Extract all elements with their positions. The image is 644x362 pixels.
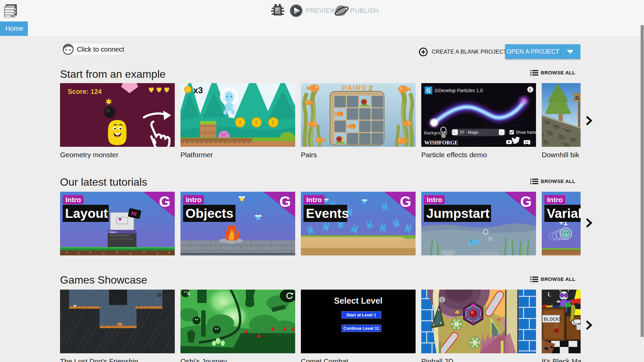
svg-text:Intro: Intro: [306, 196, 322, 203]
svg-text:Intro: Intro: [186, 196, 202, 203]
svg-text:Score: 124: Score: 124: [68, 88, 102, 95]
svg-text:1: 1: [441, 297, 443, 303]
svg-text:Objects: Objects: [185, 206, 233, 221]
svg-text:Layout: Layout: [65, 206, 108, 221]
svg-text:GDevelop Particles 1.0: GDevelop Particles 1.0: [435, 88, 483, 93]
svg-text:i: i: [530, 87, 531, 92]
svg-text:‹: ‹: [453, 130, 455, 134]
svg-text:BLOCKS: BLOCKS: [544, 317, 562, 322]
svg-text:07 - Magic: 07 - Magic: [460, 130, 479, 135]
svg-text:Objects: Objects: [109, 231, 117, 234]
svg-text:Intro: Intro: [427, 196, 442, 203]
svg-text:x3: x3: [193, 85, 203, 95]
svg-text:G: G: [159, 193, 170, 210]
svg-text:Intro: Intro: [65, 196, 81, 203]
svg-text:Events: Events: [306, 206, 349, 221]
svg-text:G: G: [575, 95, 579, 101]
svg-text:Start at Level 1: Start at Level 1: [346, 313, 376, 317]
svg-text:WISHFORGE: WISHFORGE: [424, 140, 458, 145]
svg-text:Intro: Intro: [547, 196, 563, 203]
svg-text:G: G: [520, 193, 532, 210]
svg-text:Continue Level 11: Continue Level 11: [343, 326, 379, 331]
svg-text:Show frame: Show frame: [516, 130, 536, 135]
svg-text:›: ›: [500, 130, 502, 134]
svg-text:G: G: [279, 193, 291, 210]
svg-text:Jumpstart: Jumpstart: [426, 206, 490, 221]
svg-text:4: 4: [187, 291, 190, 297]
svg-text:PAIRS:: PAIRS:: [342, 84, 370, 92]
svg-text:2: 2: [369, 84, 373, 92]
svg-text:G: G: [400, 193, 411, 210]
svg-text:Variab: Variab: [547, 206, 581, 221]
svg-text:G: G: [426, 87, 431, 94]
svg-text:Select Level: Select Level: [334, 296, 383, 305]
